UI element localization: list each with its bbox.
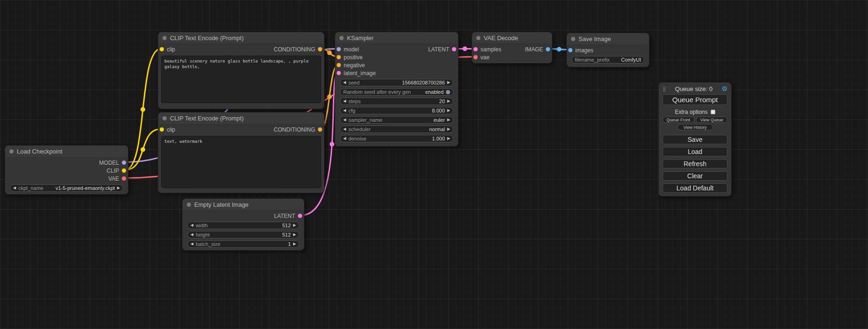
node-ksampler[interactable]: KSampler model LATENT positive negative [335,32,459,147]
decrement-arrow-icon[interactable]: ◀ [13,186,16,190]
node-collapse-icon[interactable] [476,36,480,40]
extra-options-checkbox[interactable] [711,110,715,114]
slot-dot-latent[interactable] [452,47,456,51]
decrement-arrow-icon[interactable]: ◀ [343,109,346,112]
widget-scheduler[interactable]: ◀ scheduler normal ▶ [340,126,453,133]
refresh-button[interactable]: Refresh [663,159,727,168]
slot-dot-image[interactable] [568,48,572,52]
increment-arrow-icon[interactable]: ▶ [447,99,450,103]
decrement-arrow-icon[interactable]: ◀ [191,224,193,227]
output-slot-model[interactable]: MODEL [99,160,128,166]
node-header[interactable]: Save Image [567,33,649,45]
slot-dot-clip[interactable] [122,168,126,173]
increment-arrow-icon[interactable]: ▶ [117,186,120,190]
slot-dot-model[interactable] [122,161,126,165]
prompt-textarea[interactable]: text, watermark [161,136,321,188]
node-header[interactable]: Load Checkpoint [5,146,128,158]
increment-arrow-icon[interactable]: ▶ [293,224,296,227]
node-collapse-icon[interactable] [571,37,575,41]
widget-height[interactable]: ◀ height 512 ▶ [187,231,299,238]
input-slot-negative[interactable]: negative [335,62,365,69]
load-button[interactable]: Load [663,147,727,156]
drag-handle-icon[interactable]: ⣿ [663,86,666,91]
node-collapse-icon[interactable] [187,203,191,207]
slot-dot-clip[interactable] [160,47,164,51]
slot-dot-model[interactable] [337,47,341,51]
settings-gear-icon[interactable]: ⚙ [721,85,727,92]
decrement-arrow-icon[interactable]: ◀ [343,137,346,140]
node-header[interactable]: CLIP Text Encode (Prompt) [158,32,324,44]
output-slot-image[interactable]: IMAGE [525,46,552,53]
widget-filename-prefix[interactable]: filename_prefix ComfyUI [572,56,644,63]
input-slot-latent-image[interactable]: latent_image [335,70,376,77]
node-load-checkpoint[interactable]: Load Checkpoint MODEL CLIP VAE ◀ ckpt_na… [5,145,128,195]
toggle-knob-icon[interactable] [446,90,450,94]
decrement-arrow-icon[interactable]: ◀ [191,242,193,246]
node-collapse-icon[interactable] [162,36,167,40]
node-header[interactable]: VAE Decode [472,32,552,44]
widget-seed[interactable]: ◀ seed 156680208700286 ▶ [340,79,453,86]
increment-arrow-icon[interactable]: ▶ [447,118,450,122]
input-slot-samples[interactable]: samples [472,46,501,53]
increment-arrow-icon[interactable]: ▶ [447,127,450,131]
increment-arrow-icon[interactable]: ▶ [447,137,450,140]
node-header[interactable]: KSampler [335,32,458,44]
slot-dot-conditioning[interactable] [318,127,322,132]
slot-dot-clip[interactable] [160,127,164,132]
input-slot-model[interactable]: model [335,46,359,53]
increment-arrow-icon[interactable]: ▶ [447,81,450,84]
slot-dot-vae[interactable] [122,176,126,181]
node-collapse-icon[interactable] [339,36,344,40]
slot-dot-latent[interactable] [473,47,478,51]
decrement-arrow-icon[interactable]: ◀ [191,233,193,237]
input-slot-images[interactable]: images [567,47,593,54]
widget-batch-size[interactable]: ◀ batch_size 1 ▶ [187,240,299,248]
slot-dot-conditioning[interactable] [337,63,341,67]
increment-arrow-icon[interactable]: ▶ [293,233,296,237]
widget-denoise[interactable]: ◀ denoise 1.000 ▶ [340,135,453,142]
input-slot-clip[interactable]: clip [158,46,175,53]
node-header[interactable]: Empty Latent Image [183,199,304,211]
decrement-arrow-icon[interactable]: ◀ [343,127,346,131]
input-slot-vae[interactable]: vae [472,54,489,61]
node-empty-latent-image[interactable]: Empty Latent Image LATENT ◀ width 512 ▶ … [182,198,304,251]
slot-dot-image[interactable] [546,47,550,51]
node-clip-text-encode-negative[interactable]: CLIP Text Encode (Prompt) clip CONDITION… [158,112,325,193]
node-clip-text-encode-positive[interactable]: CLIP Text Encode (Prompt) clip CONDITION… [158,32,325,109]
node-collapse-icon[interactable] [162,116,167,120]
view-queue-button[interactable]: View Queue [696,117,728,123]
output-slot-conditioning[interactable]: CONDITIONING [274,126,324,133]
decrement-arrow-icon[interactable]: ◀ [343,81,346,84]
node-header[interactable]: CLIP Text Encode (Prompt) [158,112,324,125]
widget-ckpt-name[interactable]: ◀ ckpt_name v1-5-pruned-emaonly.ckpt ▶ [10,184,123,192]
widget-steps[interactable]: ◀ steps 20 ▶ [340,98,453,105]
input-slot-positive[interactable]: positive [335,54,363,61]
output-slot-clip[interactable]: CLIP [106,168,128,174]
increment-arrow-icon[interactable]: ▶ [447,109,450,112]
output-slot-vae[interactable]: VAE [108,175,128,182]
queue-prompt-button[interactable]: Queue Prompt [663,94,727,105]
slot-dot-latent[interactable] [298,214,302,218]
widget-cfg[interactable]: ◀ cfg 8.000 ▶ [340,107,453,114]
output-slot-latent[interactable]: LATENT [428,46,458,53]
widget-width[interactable]: ◀ width 512 ▶ [187,222,299,229]
widget-random-seed-toggle[interactable]: Random seed after every gen enabled [340,88,453,96]
slot-dot-conditioning[interactable] [318,47,322,51]
prompt-textarea[interactable]: beautiful scenery nature glass bottle la… [161,56,321,103]
decrement-arrow-icon[interactable]: ◀ [343,99,346,103]
widget-sampler-name[interactable]: ◀ sampler_name euler ▶ [340,116,453,124]
slot-dot-vae[interactable] [473,55,478,59]
view-history-button[interactable]: View History [677,124,713,130]
queue-front-button[interactable]: Queue Front [663,117,694,123]
node-collapse-icon[interactable] [9,149,14,154]
load-default-button[interactable]: Load Default [663,183,727,193]
clear-button[interactable]: Clear [663,171,727,181]
input-slot-clip[interactable]: clip [158,126,175,133]
decrement-arrow-icon[interactable]: ◀ [343,118,346,122]
save-button[interactable]: Save [663,135,727,144]
node-vae-decode[interactable]: VAE Decode samples IMAGE vae [472,32,552,63]
output-slot-conditioning[interactable]: CONDITIONING [274,46,324,53]
node-save-image[interactable]: Save Image images filename_prefix ComfyU… [566,33,649,67]
slot-dot-latent[interactable] [337,71,341,75]
output-slot-latent[interactable]: LATENT [274,213,304,219]
